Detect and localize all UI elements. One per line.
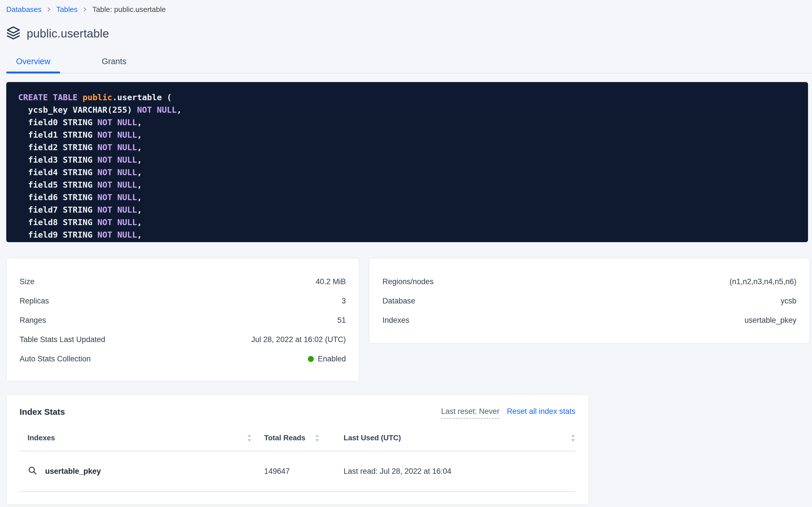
total-reads-value: 149647: [252, 467, 334, 476]
tab-overview[interactable]: Overview: [6, 57, 60, 73]
stat-label: Size: [19, 277, 35, 286]
index-stats-table: Indexes Total Reads Last Used (UTC): [19, 434, 575, 492]
stat-label: Auto Stats Collection: [19, 354, 91, 363]
chevron-right-icon: [82, 6, 88, 12]
sql-line: field3 STRING NOT NULL,: [18, 154, 808, 166]
stat-row: Replicas3: [19, 291, 346, 311]
table-stats-card: Size40.2 MiBReplicas3Ranges51Table Stats…: [6, 258, 359, 381]
tab-bar: Overview Grants: [6, 57, 812, 73]
sql-line: field9 STRING NOT NULL,: [18, 229, 808, 241]
index-stats-card: Index Stats Last reset: Never Reset all …: [6, 394, 589, 505]
index-stats-title: Index Stats: [19, 407, 65, 417]
breadcrumb-current: Table: public.usertable: [92, 5, 166, 14]
sql-line: field8 STRING NOT NULL,: [18, 216, 808, 229]
page-title: public.usertable: [27, 27, 109, 40]
sql-line: field2 STRING NOT NULL,: [18, 141, 808, 154]
stat-value: 51: [337, 316, 346, 325]
stat-row: Size40.2 MiB: [19, 272, 346, 291]
stat-label: Database: [382, 297, 415, 305]
index-table-body: usertable_pkey149647Last read: Jul 28, 2…: [19, 451, 575, 492]
breadcrumb-link-tables[interactable]: Tables: [56, 5, 77, 14]
stat-label: Replicas: [19, 297, 49, 305]
sql-line: field5 STRING NOT NULL,: [18, 179, 808, 191]
index-name-link[interactable]: usertable_pkey: [45, 467, 101, 476]
stat-value: Jul 28, 2022 at 16:02 (UTC): [251, 335, 346, 344]
stat-label: Ranges: [19, 316, 46, 325]
stat-label: Regions/nodes: [382, 277, 434, 286]
index-stats-header: Index Stats Last reset: Never Reset all …: [19, 407, 575, 419]
sql-line: field7 STRING NOT NULL,: [18, 204, 808, 216]
page-header: public.usertable: [6, 25, 812, 42]
stat-row: Auto Stats CollectionEnabled: [19, 349, 346, 369]
sort-icon[interactable]: [571, 434, 575, 442]
index-stats-actions: Last reset: Never Reset all index stats: [441, 407, 575, 419]
stat-row: Databaseycsb: [382, 291, 796, 311]
sql-line: ycsb_key VARCHAR(255) NOT NULL,: [18, 104, 808, 116]
reset-index-stats-link[interactable]: Reset all index stats: [507, 407, 575, 416]
tab-grants[interactable]: Grants: [91, 57, 137, 73]
breadcrumb: Databases Tables Table: public.usertable: [0, 0, 812, 14]
sort-icon[interactable]: [247, 434, 252, 442]
stat-row: Indexesusertable_pkey: [382, 311, 796, 330]
sql-line: field6 STRING NOT NULL,: [18, 191, 808, 204]
sql-line: field0 STRING NOT NULL,: [18, 116, 808, 129]
status-dot-icon: [308, 356, 314, 362]
stat-value: ycsb: [780, 297, 796, 305]
stat-label: Indexes: [382, 316, 410, 325]
stat-row: Ranges51: [19, 311, 346, 330]
column-header-indexes[interactable]: Indexes: [27, 434, 55, 442]
column-header-total-reads[interactable]: Total Reads: [264, 434, 305, 442]
stat-value: Enabled: [308, 354, 346, 363]
stat-value: 3: [341, 297, 346, 305]
layers-icon: [6, 25, 20, 42]
last-used-value: Last read: Jul 28, 2022 at 16:04: [334, 467, 575, 476]
last-reset-label: Last reset: Never: [441, 407, 500, 419]
column-header-last-used[interactable]: Last Used (UTC): [343, 434, 401, 442]
sql-line: CREATE TABLE public.usertable (: [18, 91, 808, 104]
table-meta-card: Regions/nodes(n1,n2,n3,n4,n5,n6)Database…: [369, 258, 810, 343]
stat-value: (n1,n2,n3,n4,n5,n6): [730, 277, 796, 286]
stat-label: Table Stats Last Updated: [19, 335, 105, 344]
stat-value: usertable_pkey: [745, 316, 796, 325]
sql-line: field4 STRING NOT NULL,: [18, 166, 808, 179]
stat-row: Table Stats Last UpdatedJul 28, 2022 at …: [19, 330, 346, 349]
details-cards: Size40.2 MiBReplicas3Ranges51Table Stats…: [6, 258, 812, 381]
chevron-right-icon: [46, 6, 52, 12]
table-detail-page: Databases Tables Table: public.usertable…: [0, 0, 812, 507]
index-table-header-row: Indexes Total Reads Last Used (UTC): [19, 434, 575, 451]
index-table-row: usertable_pkey149647Last read: Jul 28, 2…: [19, 451, 575, 492]
sort-icon[interactable]: [315, 434, 319, 442]
stat-value: 40.2 MiB: [315, 277, 346, 286]
stat-row: Regions/nodes(n1,n2,n3,n4,n5,n6): [382, 272, 796, 291]
sql-line: field1 STRING NOT NULL,: [18, 129, 808, 141]
breadcrumb-link-databases[interactable]: Databases: [6, 5, 42, 14]
sql-create-statement: CREATE TABLE public.usertable ( ycsb_key…: [6, 82, 808, 242]
search-icon: [27, 465, 37, 477]
